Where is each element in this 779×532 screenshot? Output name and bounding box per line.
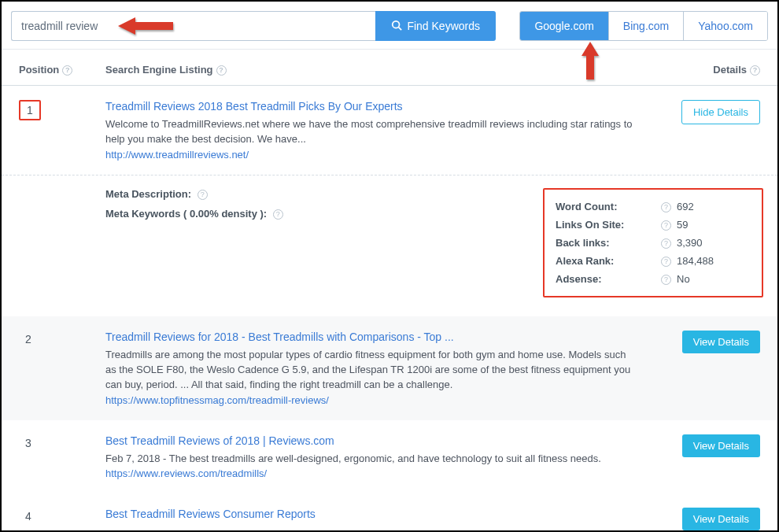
result-row: 2 Treadmill Reviews for 2018 - Best Trea… [2,316,777,420]
help-icon[interactable]: ? [62,65,72,76]
position-value: 1 [19,100,41,120]
search-icon [391,20,402,33]
engine-tab-yahoo[interactable]: Yahoo.com [683,12,767,40]
svg-point-0 [393,20,400,28]
help-icon[interactable]: ? [661,275,671,285]
stat-label: Links On Site: [556,219,658,231]
help-icon[interactable]: ? [273,209,283,220]
view-details-button[interactable]: View Details [682,331,760,353]
header-listing: Search Engine Listing [105,64,213,76]
meta-keywords-label: Meta Keywords ( 0.00% density ): [105,208,267,220]
hide-details-button[interactable]: Hide Details [681,100,760,124]
engine-tab-bing[interactable]: Bing.com [608,12,683,40]
find-keywords-label: Find Keywords [407,20,480,32]
stat-value: 3,390 [677,237,751,249]
result-title[interactable]: Treadmill Reviews for 2018 - Best Treadm… [105,331,634,343]
result-url[interactable]: https://www.topfitnessmag.com/treadmill-… [105,394,634,406]
meta-description-label: Meta Description: [105,188,191,200]
result-row: 3 Best Treadmill Reviews of 2018 | Revie… [2,420,777,494]
result-title[interactable]: Best Treadmill Reviews of 2018 | Reviews… [105,434,634,447]
find-keywords-button[interactable]: Find Keywords [375,11,496,41]
result-title[interactable]: Treadmill Reviews 2018 Best Treadmill Pi… [105,100,634,113]
help-icon[interactable]: ? [661,202,671,212]
help-icon[interactable]: ? [661,220,671,231]
svg-line-1 [399,27,402,30]
stats-box: Word Count:?692 Links On Site:?59 Back l… [543,188,763,297]
stat-value: 59 [677,219,751,231]
result-details-panel: Meta Description: ? Meta Keywords ( 0.00… [2,175,777,316]
result-url[interactable]: https://www.reviews.com/treadmills/ [105,467,634,479]
header-details: Details [713,64,747,76]
engine-tab-google[interactable]: Google.com [520,12,607,40]
help-icon[interactable]: ? [198,190,208,200]
position-value: 3 [19,434,38,452]
stat-value: 692 [677,201,751,212]
position-value: 2 [19,331,38,348]
result-description: Feb 7, 2018 - The best treadmills are we… [105,452,634,467]
help-icon[interactable]: ? [661,238,671,249]
result-description: Welcome to TreadmillReviews.net where we… [105,117,634,147]
stat-label: Alexa Rank: [556,255,658,267]
result-row: 1 Treadmill Reviews 2018 Best Treadmill … [2,86,777,175]
engine-tabs: Google.com Bing.com Yahoo.com [519,11,768,41]
stat-label: Back links: [556,237,658,249]
header-position: Position [19,64,59,76]
result-row: 4 Best Treadmill Reviews Consumer Report… [2,493,777,530]
stat-value: No [677,273,751,285]
stat-label: Word Count: [556,201,658,212]
result-title[interactable]: Best Treadmill Reviews Consumer Reports [105,508,634,520]
results-header: Position? Search Engine Listing? Details… [2,50,777,86]
view-details-button[interactable]: View Details [682,508,760,530]
result-url[interactable]: http://www.treadmillreviews.net/ [105,149,634,161]
stat-label: Adsense: [556,273,658,285]
help-icon[interactable]: ? [750,65,760,76]
search-input[interactable] [11,11,375,41]
stat-value: 184,488 [677,255,751,267]
help-icon[interactable]: ? [661,257,671,267]
view-details-button[interactable]: View Details [682,434,760,457]
result-description: Treadmills are among the most popular ty… [105,348,634,393]
position-value: 4 [19,508,38,525]
help-icon[interactable]: ? [216,65,227,76]
